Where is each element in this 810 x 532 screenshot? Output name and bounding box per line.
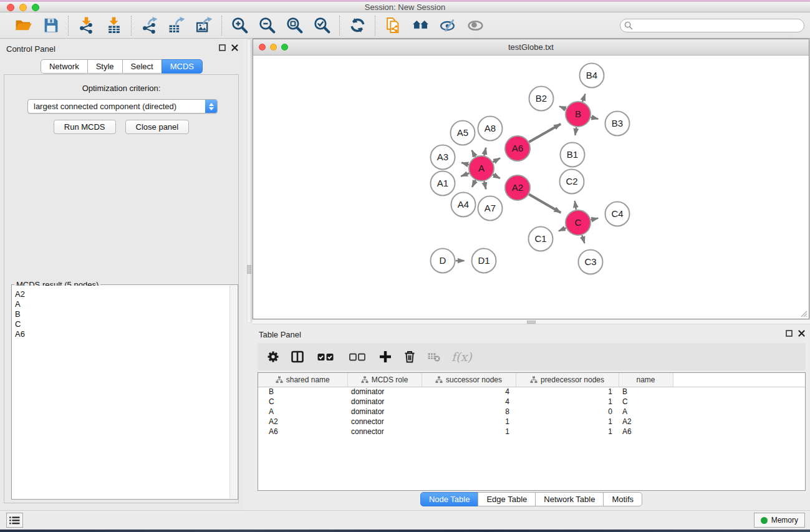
node-A6[interactable]: A6	[505, 136, 530, 161]
show-graphics-button[interactable]	[464, 15, 486, 36]
node-A2[interactable]: A2	[505, 175, 530, 200]
result-item[interactable]: A6	[15, 329, 227, 339]
cell-MCDS-role[interactable]: dominator	[347, 407, 422, 417]
vertical-split-divider[interactable]	[243, 39, 253, 510]
cell-shared-name[interactable]: C	[258, 397, 347, 407]
column-header-predecessor-nodes[interactable]: predecessor nodes	[516, 373, 619, 387]
node-C[interactable]: C	[566, 210, 591, 235]
node-B4[interactable]: B4	[580, 64, 604, 88]
float-panel-icon[interactable]	[786, 330, 793, 337]
cell-MCDS-role[interactable]: dominator	[347, 397, 422, 407]
node-C4[interactable]: C4	[605, 202, 630, 226]
export-table-button[interactable]	[165, 15, 188, 36]
float-panel-icon[interactable]	[219, 44, 226, 51]
cell-name[interactable]: B	[619, 387, 673, 397]
export-image-button[interactable]	[193, 15, 215, 36]
search-input[interactable]	[620, 19, 804, 32]
edge-C-C4[interactable]	[591, 218, 598, 220]
column-header-name[interactable]: name	[619, 373, 673, 387]
add-column-button[interactable]	[378, 350, 392, 364]
tab-edge-table[interactable]: Edge Table	[478, 492, 536, 506]
mcds-result-list[interactable]: A2ABCA6	[12, 286, 229, 498]
close-panel-icon[interactable]	[798, 330, 805, 337]
node-B1[interactable]: B1	[561, 143, 585, 167]
edge-C-C3[interactable]	[582, 235, 584, 243]
tab-network[interactable]: Network	[41, 59, 88, 74]
gear-button[interactable]	[266, 350, 280, 364]
cell-predecessor-nodes[interactable]: 0	[516, 407, 619, 417]
memory-button[interactable]: Memory	[754, 513, 805, 528]
import-network-button[interactable]	[75, 15, 97, 36]
cell-shared-name[interactable]: A6	[258, 427, 347, 437]
select-all-button[interactable]	[315, 350, 336, 364]
column-header-shared-name[interactable]: shared name	[258, 373, 347, 387]
save-session-button[interactable]	[39, 15, 62, 36]
criterion-dropdown[interactable]: largest connected component (directed)	[27, 99, 218, 114]
cell-MCDS-role[interactable]: connector	[347, 417, 422, 427]
zoom-selected-button[interactable]	[311, 15, 333, 36]
result-list-scrollbar[interactable]	[229, 286, 237, 498]
node-D1[interactable]: D1	[472, 249, 496, 273]
edge-A-A2[interactable]	[493, 175, 500, 178]
edge-B-B3[interactable]	[591, 117, 598, 119]
node-B2[interactable]: B2	[529, 87, 554, 111]
column-header-successor-nodes[interactable]: successor nodes	[422, 373, 516, 387]
minimize-window-button[interactable]	[19, 4, 27, 11]
column-header-MCDS-role[interactable]: MCDS role	[347, 373, 422, 387]
edge-A-A7[interactable]	[484, 181, 486, 190]
cell-predecessor-nodes[interactable]: 1	[516, 387, 619, 397]
cell-name[interactable]: A6	[619, 427, 673, 437]
node-C2[interactable]: C2	[560, 170, 584, 194]
close-panel-icon[interactable]	[231, 44, 238, 51]
show-panels-button[interactable]	[6, 513, 23, 528]
export-network-button[interactable]	[138, 15, 160, 36]
zoom-window-button[interactable]	[32, 4, 39, 11]
table-row[interactable]: Cdominator41C	[258, 397, 805, 407]
node-C1[interactable]: C1	[529, 227, 553, 251]
tab-node-table[interactable]: Node Table	[420, 492, 479, 506]
cell-shared-name[interactable]: A	[258, 407, 347, 417]
cell-MCDS-role[interactable]: connector	[347, 427, 422, 437]
cell-shared-name[interactable]: B	[258, 387, 347, 397]
edge-A2-C[interactable]	[529, 194, 561, 213]
horizontal-divider-handle[interactable]	[527, 321, 536, 324]
cell-predecessor-nodes[interactable]: 1	[516, 427, 619, 437]
cell-successor-nodes[interactable]: 1	[422, 417, 516, 427]
edge-A-A4[interactable]	[472, 180, 476, 187]
tab-motifs[interactable]: Motifs	[603, 492, 642, 506]
node-A8[interactable]: A8	[478, 117, 503, 141]
edge-A-A8[interactable]	[484, 148, 486, 156]
cell-predecessor-nodes[interactable]: 1	[516, 417, 619, 427]
tab-mcds[interactable]: MCDS	[162, 59, 203, 74]
edge-A-A6[interactable]	[493, 158, 500, 162]
deselect-all-button[interactable]	[347, 350, 368, 364]
result-item[interactable]: A	[15, 299, 227, 309]
zoom-fit-button[interactable]	[283, 15, 306, 36]
network-minimize-button[interactable]	[270, 44, 277, 51]
node-B[interactable]: B	[566, 102, 591, 127]
node-B3[interactable]: B3	[605, 112, 630, 136]
edge-B-B4[interactable]	[582, 94, 585, 102]
cell-name[interactable]: A2	[619, 417, 673, 427]
edge-B-B2[interactable]	[559, 106, 566, 109]
run-mcds-button[interactable]: Run MCDS	[54, 120, 116, 134]
cell-MCDS-role[interactable]: dominator	[347, 387, 422, 397]
edge-B-B1[interactable]	[575, 127, 576, 135]
cell-successor-nodes[interactable]: 4	[422, 397, 516, 407]
cell-successor-nodes[interactable]: 8	[422, 407, 516, 417]
close-window-button[interactable]	[7, 4, 14, 11]
result-item[interactable]: A2	[15, 289, 227, 299]
network-close-button[interactable]	[259, 44, 266, 51]
table-row[interactable]: Adominator80A	[258, 407, 805, 417]
vertical-divider-handle[interactable]	[247, 265, 251, 274]
zoom-in-button[interactable]	[228, 15, 251, 36]
session-compare-button[interactable]	[382, 15, 404, 36]
delete-column-button[interactable]	[403, 350, 417, 364]
result-item[interactable]: B	[15, 309, 227, 319]
tab-network-table[interactable]: Network Table	[535, 492, 604, 506]
edge-A-A3[interactable]	[461, 163, 469, 165]
node-A[interactable]: A	[469, 156, 494, 181]
table-row[interactable]: A6connector11A6	[258, 427, 805, 437]
cell-name[interactable]: C	[619, 397, 673, 407]
table-row[interactable]: A2connector11A2	[258, 417, 805, 427]
